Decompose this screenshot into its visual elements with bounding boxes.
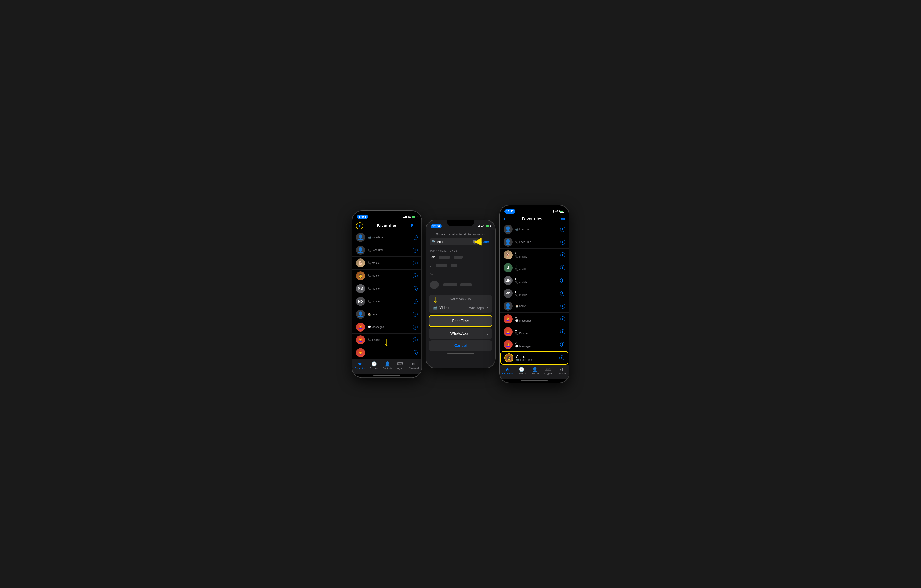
- info-button[interactable]: ℹ: [560, 278, 565, 283]
- search-input-wrap[interactable]: 🔍 Anna ✕: [430, 238, 479, 245]
- phone-3: 17:57 4G + Favourites Edit: [500, 205, 569, 383]
- tab-contacts[interactable]: 👤 Contacts: [383, 361, 392, 370]
- info-button[interactable]: ℹ: [560, 240, 565, 245]
- info-button[interactable]: ℹ: [413, 325, 418, 330]
- info-button[interactable]: ℹ: [413, 337, 418, 342]
- add-button-1[interactable]: +: [356, 222, 363, 229]
- search-result-row[interactable]: J.: [426, 262, 495, 270]
- avatar: 🐕: [504, 250, 513, 259]
- contact-list-1: 👤 📹 FaceTime ℹ 👤 📞 FaceTime: [352, 231, 421, 359]
- contact-row[interactable]: 👤 📹 FaceTime ℹ: [352, 231, 421, 244]
- contact-info: 🏠 home: [368, 313, 410, 316]
- contact-row[interactable]: MM I 📞 mobile ℹ: [500, 274, 569, 287]
- add-to-favourites-sheet: Add to Favourites 📹 Video WhatsApp ∧: [429, 295, 492, 313]
- contact-row[interactable]: 👩‍🦰 📞 iPhone ℹ: [352, 333, 421, 346]
- contact-row[interactable]: 🐕 t 📞 mobile ℹ: [500, 249, 569, 262]
- info-button[interactable]: ℹ: [560, 265, 565, 270]
- info-button[interactable]: ℹ: [413, 350, 418, 355]
- contact-row[interactable]: MD I 📞 mobile ℹ: [500, 287, 569, 300]
- contact-row[interactable]: MD 📞 mobile ℹ: [352, 295, 421, 308]
- tab-recents-3[interactable]: 🕐 Recents: [517, 367, 526, 375]
- search-result-row[interactable]: Ja: [426, 270, 495, 278]
- edit-button-3[interactable]: Edit: [558, 217, 565, 221]
- signal-icon-3: [551, 210, 554, 213]
- info-button[interactable]: ℹ: [559, 356, 564, 360]
- info-button[interactable]: ℹ: [560, 329, 565, 334]
- status-time-1: 17:55: [357, 214, 368, 219]
- edit-button-1[interactable]: Edit: [411, 224, 417, 228]
- tab-bar-3: ★ Favourites 🕐 Recents 👤 Contacts ⌨ Keyp…: [500, 365, 569, 379]
- contact-type: 📞 mobile: [368, 274, 410, 277]
- contact-row[interactable]: 👩 📞 mobile ℹ: [352, 270, 421, 282]
- tab-contacts-3[interactable]: 👤 Contacts: [530, 367, 539, 375]
- anna-avatar: 👩: [504, 353, 513, 362]
- info-button[interactable]: ℹ: [413, 286, 418, 291]
- info-button[interactable]: ℹ: [560, 252, 565, 257]
- clock-icon: 🕐: [371, 361, 377, 367]
- info-button[interactable]: ℹ: [560, 304, 565, 309]
- tab-recents[interactable]: 🕐 Recents: [370, 361, 378, 370]
- info-button[interactable]: ℹ: [560, 317, 565, 322]
- tab-label: Keypad: [397, 367, 404, 370]
- contact-row[interactable]: 👩‍🦰 💬 Messages ℹ: [352, 321, 421, 333]
- blurred-name-2: [451, 264, 457, 267]
- clock-icon-3: 🕐: [519, 367, 524, 372]
- anna-contact-row[interactable]: 👩 Anna 📹 FaceTime ℹ: [500, 351, 568, 365]
- contact-row[interactable]: 👤 📹 FaceTime ℹ: [500, 223, 569, 236]
- contact-info: 📞 FaceTime: [515, 240, 558, 244]
- contact-row[interactable]: 👩‍🦰 ℹ: [352, 346, 421, 359]
- info-button[interactable]: ℹ: [413, 235, 418, 240]
- contact-row[interactable]: 👤 🏠 home ℹ: [352, 308, 421, 321]
- contact-type: 📹 FaceTime: [368, 236, 410, 239]
- tab-favourites-3[interactable]: ★ Favourites: [502, 367, 513, 375]
- info-button[interactable]: ℹ: [413, 273, 418, 278]
- contact-row[interactable]: 👩‍🦰 A 💬 Messages ℹ: [500, 338, 569, 351]
- contact-info: I 📞 mobile: [515, 290, 558, 297]
- search-result-row[interactable]: Jan: [426, 253, 495, 262]
- contact-row[interactable]: 👤 🏠 home ℹ: [500, 300, 569, 313]
- contact-row[interactable]: J J 📞 mobile ℹ: [500, 262, 569, 274]
- search-clear-button[interactable]: ✕: [473, 240, 477, 244]
- info-button[interactable]: ℹ: [413, 248, 418, 253]
- contact-row[interactable]: 🐕 📞 mobile ℹ: [352, 257, 421, 270]
- notch-2: [447, 220, 474, 226]
- contact-row[interactable]: 👤 📞 FaceTime ℹ: [500, 236, 569, 249]
- avatar: 👤: [504, 302, 513, 311]
- tab-keypad-3[interactable]: ⌨ Keypad: [544, 367, 552, 375]
- cancel-sheet-button[interactable]: Cancel: [429, 340, 492, 351]
- contact-type: 📞 iPhone: [368, 338, 410, 341]
- tab-voicemail[interactable]: ⏯ Voicemail: [409, 361, 419, 369]
- contact-name: I: [515, 277, 558, 281]
- whatsapp-option[interactable]: WhatsApp ∨: [429, 328, 492, 339]
- contact-row[interactable]: MM 📞 mobile ℹ: [352, 282, 421, 295]
- info-button[interactable]: ℹ: [413, 312, 418, 317]
- info-button[interactable]: ℹ: [413, 260, 418, 265]
- contact-info: 📞 mobile: [368, 262, 410, 265]
- tab-favourites[interactable]: ★ Favourites: [355, 361, 365, 370]
- result-name: Jan: [430, 255, 435, 259]
- sheet-video-row[interactable]: 📹 Video WhatsApp ∧: [429, 303, 492, 313]
- search-cancel-button[interactable]: Cancel: [481, 240, 491, 244]
- add-button-3[interactable]: +: [504, 217, 506, 221]
- contact-row[interactable]: 👤 📞 FaceTime ℹ: [352, 244, 421, 257]
- video-camera-icon: 📹: [433, 305, 438, 310]
- anna-name: Anna: [516, 354, 557, 358]
- contact-row[interactable]: 👩‍🦰 A 💬 Messages ℹ: [500, 313, 569, 325]
- tab-voicemail-3[interactable]: ⏯ Voicemail: [557, 367, 566, 375]
- blurred-name: [436, 264, 447, 267]
- voicemail-icon-3: ⏯: [559, 367, 564, 372]
- info-button[interactable]: ℹ: [413, 299, 418, 304]
- contact-type: 📹 FaceTime: [515, 228, 558, 231]
- blurred-avatar: [430, 281, 439, 289]
- tab-keypad[interactable]: ⌨ Keypad: [397, 361, 404, 370]
- contact-type: 📞 mobile: [368, 287, 410, 290]
- contact-row[interactable]: 👩‍🦰 A 📞 iPhone ℹ: [500, 325, 569, 338]
- info-button[interactable]: ℹ: [560, 342, 565, 347]
- home-indicator-3: [521, 380, 548, 381]
- contact-info: 📹 FaceTime: [515, 228, 558, 231]
- info-button[interactable]: ℹ: [560, 291, 565, 296]
- facetime-option[interactable]: FaceTime: [429, 315, 492, 327]
- info-button[interactable]: ℹ: [560, 227, 565, 232]
- search-result-row-blurred[interactable]: [426, 278, 495, 291]
- star-icon-3: ★: [505, 367, 509, 372]
